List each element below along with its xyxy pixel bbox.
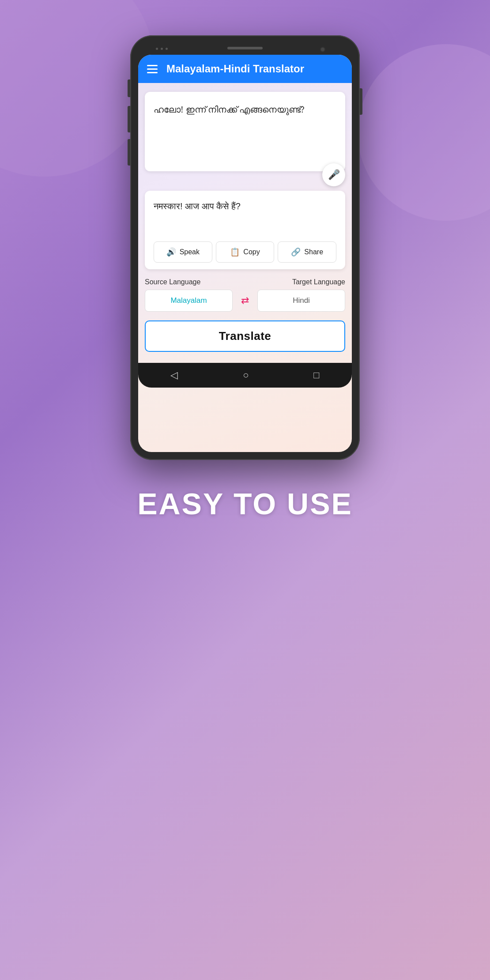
language-selectors: Malayalam ⇄ Hindi: [145, 290, 345, 312]
sensor-dot-2: [161, 48, 163, 50]
back-nav-icon[interactable]: ◁: [170, 369, 178, 381]
hamburger-line-2: [147, 68, 158, 70]
mic-icon: 🎤: [328, 169, 340, 181]
output-area: नमस्कार! आज आप कैसे हैं? 🔊 Speak 📋 Copy …: [145, 191, 345, 269]
hamburger-menu[interactable]: [147, 65, 158, 73]
sensor-dot-3: [166, 48, 168, 50]
source-text: ഹലോ! ഇന്ന് നിനക്ക് എങ്ങനെയുണ്ട്?: [154, 103, 336, 116]
source-language-selector[interactable]: Malayalam: [145, 290, 233, 312]
language-labels: Source Language Target Language: [145, 278, 345, 286]
easy-to-use-text: EASY TO USE: [137, 486, 353, 521]
translated-text: नमस्कार! आज आप कैसे हैं?: [154, 200, 336, 235]
mic-button-container: 🎤: [138, 163, 345, 186]
android-nav-bar: ◁ ○ □: [138, 363, 352, 388]
app-title: Malayalam-Hindi Translator: [166, 63, 304, 75]
speak-icon: 🔊: [166, 247, 176, 257]
phone-container: Malayalam-Hindi Translator ഹലോ! ഇന്ന് നി…: [130, 35, 360, 460]
hamburger-line-1: [147, 65, 158, 66]
phone-speaker: [227, 47, 263, 49]
share-label: Share: [304, 248, 323, 256]
copy-icon: 📋: [230, 247, 240, 257]
target-language-label: Target Language: [292, 278, 345, 286]
phone-sensors: [156, 48, 168, 50]
recent-nav-icon[interactable]: □: [313, 369, 319, 381]
language-section: Source Language Target Language Malayala…: [145, 278, 345, 312]
swap-languages-button[interactable]: ⇄: [236, 292, 254, 309]
share-icon: 🔗: [291, 247, 301, 257]
phone-screen: Malayalam-Hindi Translator ഹലോ! ഇന്ന് നി…: [138, 55, 352, 452]
mic-button[interactable]: 🎤: [322, 163, 345, 186]
phone-camera: [320, 47, 325, 52]
app-header: Malayalam-Hindi Translator: [138, 55, 352, 83]
source-language-label: Source Language: [145, 278, 200, 286]
volume-down-button: [128, 106, 130, 132]
share-button[interactable]: 🔗 Share: [278, 241, 336, 263]
source-text-area[interactable]: ഹലോ! ഇന്ന് നിനക്ക് എങ്ങനെയുണ്ട്?: [145, 92, 345, 171]
target-language-selector[interactable]: Hindi: [257, 290, 345, 312]
sensor-dot-1: [156, 48, 158, 50]
speak-label: Speak: [180, 248, 200, 256]
volume-up-button: [128, 79, 130, 97]
action-buttons: 🔊 Speak 📋 Copy 🔗 Share: [154, 241, 336, 263]
copy-button[interactable]: 📋 Copy: [216, 241, 275, 263]
silent-button: [128, 139, 130, 166]
phone-top-bar: [138, 43, 352, 55]
home-nav-icon[interactable]: ○: [243, 369, 249, 381]
speak-button[interactable]: 🔊 Speak: [154, 241, 212, 263]
phone-frame: Malayalam-Hindi Translator ഹലോ! ഇന്ന് നി…: [130, 35, 360, 460]
translate-button[interactable]: Translate: [145, 320, 345, 352]
hamburger-line-3: [147, 72, 158, 73]
copy-label: Copy: [243, 248, 260, 256]
power-button: [360, 88, 362, 115]
bottom-text-section: EASY TO USE: [137, 486, 353, 521]
swap-arrow-icon: ⇄: [241, 295, 249, 306]
